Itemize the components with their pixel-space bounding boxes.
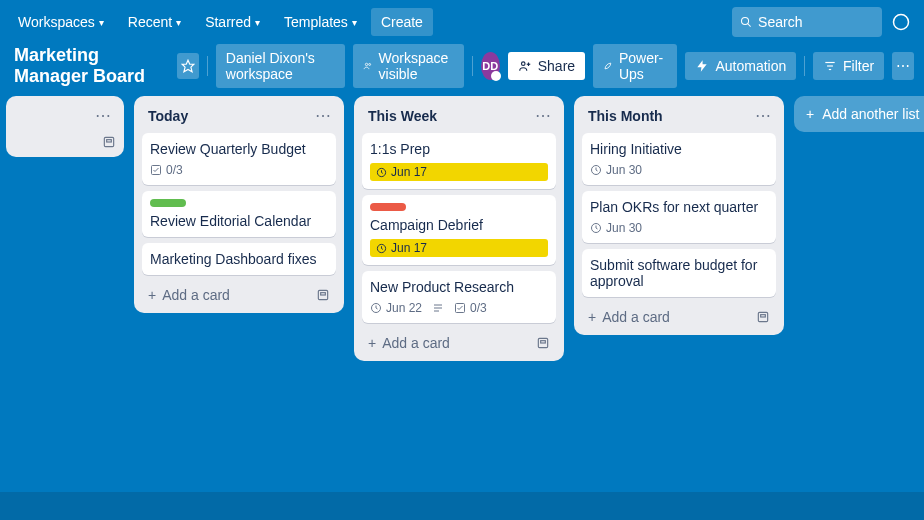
due-badge: Jun 17 [370, 163, 548, 181]
nav-starred[interactable]: Starred ▾ [195, 8, 270, 36]
card-title: Hiring Initiative [590, 141, 768, 157]
template-icon[interactable] [756, 310, 770, 324]
add-card-label: Add a card [382, 335, 450, 351]
card-title: Marketing Dashboard fixes [150, 251, 328, 267]
nav-templates[interactable]: Templates ▾ [274, 8, 367, 36]
nav-recent[interactable]: Recent ▾ [118, 8, 191, 36]
chevron-down-icon: ▾ [255, 17, 260, 28]
clock-icon [376, 243, 387, 254]
list-menu-button[interactable]: ⋯ [315, 106, 332, 125]
svg-line-1 [748, 24, 751, 27]
card[interactable]: New Product Research Jun 22 0/3 [362, 271, 556, 323]
list-title[interactable]: This Month [588, 108, 663, 124]
card[interactable]: Plan OKRs for next quarter Jun 30 [582, 191, 776, 243]
list-header: This Month ⋯ [582, 104, 776, 127]
workspace-button[interactable]: Daniel Dixon's workspace [216, 44, 345, 88]
board-menu-button[interactable]: ⋯ [892, 52, 914, 80]
plus-icon: + [806, 106, 814, 122]
card[interactable]: Campaign Debrief Jun 17 [362, 195, 556, 265]
clock-icon [590, 222, 602, 234]
star-icon [181, 59, 195, 73]
footer-strip [0, 492, 924, 520]
more-icon: ⋯ [896, 58, 910, 74]
card-meta: Jun 30 [590, 221, 768, 235]
search-icon [740, 15, 752, 29]
list-title[interactable]: Today [148, 108, 188, 124]
add-card-label: Add a card [602, 309, 670, 325]
svg-rect-26 [541, 341, 546, 343]
list-this-month: This Month ⋯ Hiring Initiative Jun 30 Pl… [574, 96, 784, 335]
info-icon[interactable] [886, 7, 916, 37]
svg-point-2 [894, 15, 909, 30]
due-badge-plain: Jun 22 [370, 301, 422, 315]
list-this-week: This Week ⋯ 1:1s Prep Jun 17 Campaign De… [354, 96, 564, 361]
star-button[interactable] [177, 53, 199, 79]
rocket-icon [603, 59, 613, 73]
board-title[interactable]: Marketing Manager Board [10, 41, 169, 91]
card[interactable]: Submit software budget for approval [582, 249, 776, 297]
clock-icon [590, 164, 602, 176]
board-bar: Marketing Manager Board Daniel Dixon's w… [0, 44, 924, 88]
clock-icon [376, 167, 387, 178]
powerups-button[interactable]: Power-Ups [593, 44, 677, 88]
share-button[interactable]: Share [508, 52, 585, 80]
card[interactable]: Marketing Dashboard fixes [142, 243, 336, 275]
people-icon [363, 59, 372, 73]
list-collapsed[interactable]: ⋯ [6, 96, 124, 157]
svg-rect-17 [321, 293, 326, 295]
divider [804, 56, 805, 76]
nav-templates-label: Templates [284, 14, 348, 30]
card-title: Review Editorial Calendar [150, 213, 328, 229]
list-menu-button[interactable]: ⋯ [95, 106, 112, 125]
add-card-button[interactable]: +Add a card [142, 281, 336, 305]
svg-point-5 [369, 63, 371, 65]
svg-marker-9 [698, 60, 707, 72]
list-title[interactable]: This Week [368, 108, 437, 124]
template-icon[interactable] [102, 135, 116, 149]
add-card-button[interactable]: +Add a card [582, 303, 776, 327]
svg-rect-30 [761, 315, 766, 317]
card[interactable]: Review Quarterly Budget 0/3 [142, 133, 336, 185]
add-list-label: Add another list [822, 106, 919, 122]
svg-marker-3 [182, 60, 194, 72]
visibility-label: Workspace visible [379, 50, 454, 82]
label-red [370, 203, 406, 211]
add-card-label: Add a card [162, 287, 230, 303]
bolt-icon [695, 59, 709, 73]
chevron-down-icon: ▾ [99, 17, 104, 28]
nav-workspaces[interactable]: Workspaces ▾ [8, 8, 114, 36]
label-green [150, 199, 186, 207]
template-icon[interactable] [316, 288, 330, 302]
create-button[interactable]: Create [371, 8, 433, 36]
checklist-badge: 0/3 [150, 163, 183, 177]
template-icon[interactable] [536, 336, 550, 350]
visibility-button[interactable]: Workspace visible [353, 44, 464, 88]
automation-button[interactable]: Automation [685, 52, 796, 80]
avatar[interactable]: DD [481, 52, 500, 80]
share-label: Share [538, 58, 575, 74]
search-field[interactable] [758, 14, 874, 30]
add-list-button[interactable]: + Add another list [794, 96, 924, 132]
search-input[interactable] [732, 7, 882, 37]
create-label: Create [381, 14, 423, 30]
plus-icon: + [588, 309, 596, 325]
automation-label: Automation [715, 58, 786, 74]
svg-point-0 [742, 17, 749, 24]
add-card-button[interactable]: +Add a card [362, 329, 556, 353]
card[interactable]: 1:1s Prep Jun 17 [362, 133, 556, 189]
list-menu-button[interactable]: ⋯ [535, 106, 552, 125]
nav-starred-label: Starred [205, 14, 251, 30]
divider [472, 56, 473, 76]
due-badge: Jun 17 [370, 239, 548, 257]
list-header: Today ⋯ [142, 104, 336, 127]
nav-recent-label: Recent [128, 14, 172, 30]
card[interactable]: Hiring Initiative Jun 30 [582, 133, 776, 185]
card[interactable]: Review Editorial Calendar [142, 191, 336, 237]
board-canvas: ⋯ Today ⋯ Review Quarterly Budget 0/3 Re… [0, 88, 924, 369]
due-badge-plain: Jun 30 [590, 163, 642, 177]
list-menu-button[interactable]: ⋯ [755, 106, 772, 125]
list-header: This Week ⋯ [362, 104, 556, 127]
workspace-label: Daniel Dixon's workspace [226, 50, 335, 82]
filter-button[interactable]: Filter [813, 52, 884, 80]
svg-point-4 [366, 63, 368, 65]
